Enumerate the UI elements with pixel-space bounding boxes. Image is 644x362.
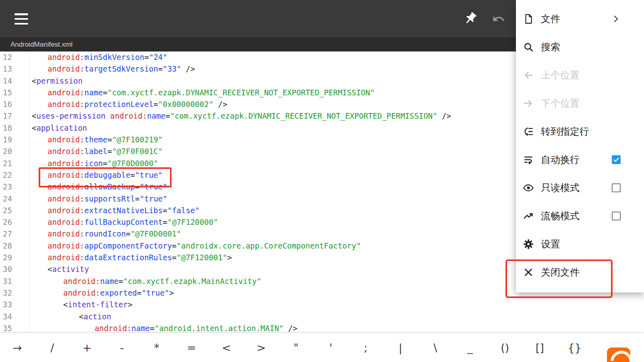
token: > (128, 300, 132, 309)
code-text: <uses-permission android:name="com.xyctf… (30, 110, 451, 122)
token: = (135, 194, 139, 203)
symbol-key[interactable]: ' (313, 341, 348, 354)
symbol-key[interactable]: * (139, 341, 174, 354)
file-icon (523, 14, 534, 24)
checkbox-smooth-mode[interactable] (612, 212, 621, 220)
token: = (163, 206, 167, 215)
code-line-33[interactable]: 33<intent-filter> (0, 299, 644, 311)
code-line-34[interactable]: 34<action (0, 311, 644, 323)
pin-icon[interactable] (463, 11, 478, 26)
code-text: android:icon="@7F0D0000" (30, 158, 158, 169)
symbol-key[interactable]: > (244, 341, 278, 354)
line-number: 28 (0, 240, 30, 252)
token: "true" (140, 194, 168, 203)
code-text: android:name="com.xyctf.ezapk.DYNAMIC_RE… (30, 87, 375, 99)
token: = (163, 218, 167, 226)
token: android: (48, 218, 85, 226)
checkbox-word-wrap[interactable] (612, 155, 621, 164)
token: "0x00000002" (158, 100, 213, 109)
symbol-key[interactable]: " (279, 341, 313, 354)
arrow-right-icon (523, 98, 534, 109)
token: < (32, 76, 36, 85)
token: "@7F0D0000" (108, 159, 158, 168)
line-number: 26 (0, 216, 30, 228)
symbol-key[interactable]: () (488, 341, 522, 354)
symbol-key[interactable]: + (70, 341, 104, 354)
close-icon (523, 267, 534, 278)
line-number: 31 (0, 276, 30, 287)
symbol-key[interactable]: | (383, 341, 418, 354)
code-text: <application (30, 122, 87, 134)
line-number: 20 (0, 146, 30, 157)
line-number: 23 (0, 181, 30, 193)
token: = (118, 277, 123, 286)
token: = (172, 241, 176, 250)
tab-androidmanifest[interactable]: AndroidManifest.xml (0, 37, 72, 51)
token: /> (437, 111, 451, 120)
line-number: 25 (0, 205, 30, 216)
token: "@7F120001" (176, 253, 227, 262)
symbol-key[interactable]: < (209, 341, 244, 354)
menu-item-search[interactable]: 搜索 (516, 33, 644, 61)
line-number: 27 (0, 228, 30, 240)
token: roundIcon (85, 229, 126, 238)
checkbox-read-only[interactable] (612, 183, 621, 192)
menu-item-read-only[interactable]: 只读模式 (516, 174, 644, 202)
token: < (48, 265, 52, 274)
token: /> (284, 324, 297, 333)
token: = (150, 324, 154, 333)
undo-icon[interactable] (492, 12, 505, 25)
token: "24" (149, 53, 168, 62)
token: uses-permission (36, 111, 106, 120)
symbol-key[interactable]: → (0, 341, 35, 354)
menu-item-label: 流畅模式 (541, 210, 580, 222)
symbol-key[interactable]: [] (522, 341, 557, 354)
token: = (103, 88, 107, 97)
token: android: (95, 324, 132, 333)
token: = (137, 288, 141, 297)
goto-line-icon (523, 126, 534, 137)
line-number: 15 (0, 87, 30, 99)
menu-item-smooth-mode[interactable]: 流畅模式 (516, 202, 644, 230)
menu-item-next-position[interactable]: 下个位置 (516, 89, 644, 117)
menu-item-prev-position[interactable]: 上个位置 (516, 61, 644, 89)
token: = (108, 135, 112, 144)
menu-item-settings[interactable]: 设置 (516, 230, 644, 258)
menu-item-word-wrap[interactable]: 自动换行 (516, 146, 644, 174)
token: extractNativeLibs (85, 206, 163, 215)
token: appComponentFactory (85, 241, 172, 250)
code-text: android:label="@7F0F001C" (30, 146, 163, 157)
symbol-key[interactable]: {} (557, 341, 592, 354)
symbol-key[interactable]: / (35, 341, 69, 354)
symbol-key[interactable]: _ (453, 341, 487, 354)
symbol-key[interactable]: - (104, 341, 139, 354)
symbol-key[interactable]: \ (418, 341, 453, 354)
token: = (126, 229, 130, 238)
token: android: (48, 194, 85, 203)
menu-item-label: 转到指定行 (541, 125, 589, 138)
symbol-key[interactable]: ; (348, 341, 383, 354)
menu-item-file[interactable]: 文件 (516, 5, 644, 33)
menu-item-goto-line[interactable]: 转到指定行 (516, 117, 644, 146)
token: android: (63, 288, 100, 297)
token: "@7F0D0001" (130, 229, 181, 238)
token: < (79, 312, 83, 321)
token: permission (36, 76, 82, 85)
code-text: android:extractNativeLibs="false" (30, 205, 200, 216)
token: "androidx.core.app.CoreComponentFactory" (176, 241, 361, 250)
code-text: android:name="com.xyctf.ezapk.MainActivi… (30, 276, 261, 287)
token: supportsRtl (85, 194, 135, 203)
code-text: android:roundIcon="@7F0D0001" (30, 228, 181, 240)
line-number: 19 (0, 134, 30, 146)
token: action (83, 312, 111, 321)
symbol-key[interactable]: = (174, 341, 209, 354)
line-number: 32 (0, 287, 30, 299)
hamburger-menu-icon[interactable] (14, 13, 28, 25)
token: label (85, 147, 108, 156)
token: application (36, 123, 87, 132)
menu-item-close-file[interactable]: 关闭文件 (516, 258, 644, 286)
token: "@7F120000" (167, 218, 218, 226)
line-number: 17 (0, 110, 30, 122)
token: fullBackupContent (85, 218, 163, 226)
code-line-35[interactable]: 35android:name="android.intent.action.MA… (0, 323, 644, 333)
